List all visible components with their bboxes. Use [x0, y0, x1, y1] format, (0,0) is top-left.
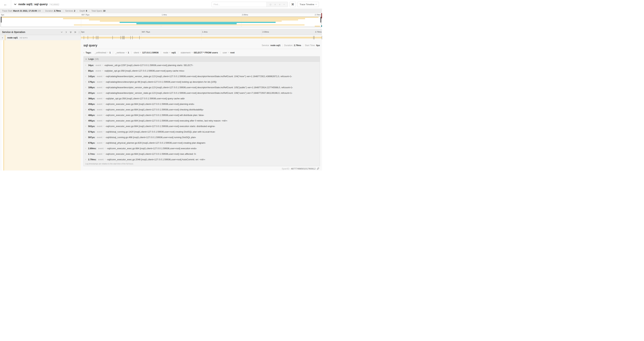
log-timestamp: 142μs:: [88, 75, 95, 78]
minimap-canvas[interactable]: [1, 17, 321, 27]
span-name-column[interactable]: ∨ node sql1 sql query: [0, 35, 81, 40]
log-row[interactable]: ›366μs:event=‹sql/plan_opt.go:358 [nsql1…: [84, 96, 320, 101]
log-tick: [314, 36, 314, 39]
summary-value: 10: [103, 10, 106, 12]
collapse-one-icon[interactable]: [60, 31, 63, 34]
log-row[interactable]: ›2.69ms:event=‹sql/conn_executor_exec.go…: [84, 146, 320, 151]
trace-id: 7418682: [49, 3, 59, 6]
tag-item[interactable]: user=root: [220, 51, 237, 54]
clear-search-icon[interactable]: ×: [284, 3, 285, 6]
trace-summary-item: Depth6: [80, 10, 87, 12]
log-row[interactable]: ›574μs:event=‹sql/distsql_running.go:142…: [84, 129, 320, 134]
find-bar: ◎ ∧ ∨ ×: [212, 2, 288, 7]
minimap-left-scrubber[interactable]: [1, 17, 2, 23]
column-resizer[interactable]: [79, 31, 80, 34]
tag-value: SELECT * FROM users: [194, 51, 218, 54]
trace-summary-item: Duration2.79ms: [45, 10, 61, 12]
logs-header[interactable]: ∨ Logs (18): [84, 57, 320, 62]
log-timestamp: 486μs:: [88, 114, 95, 116]
collapse-trace-icon[interactable]: [14, 3, 16, 6]
log-row[interactable]: ›495μs:event=‹sql/conn_executor_exec.go:…: [84, 118, 320, 123]
log-row[interactable]: ›176μs:event=‹sql/catalog/descs/descript…: [84, 79, 320, 85]
log-field-value: ‹sql/conn_executor_exec.go:684 [nsql1,cl…: [106, 125, 215, 128]
chevron-right-icon: ›: [85, 114, 88, 116]
tag-item[interactable]: _verbose=1: [113, 51, 131, 54]
chevron-right-icon: ›: [85, 92, 88, 94]
log-row[interactable]: ›201μs:event=‹sql/catalog/lease/descript…: [84, 90, 320, 96]
log-tick: [122, 36, 122, 39]
log-row[interactable]: ›2.7ms:event=‹sql/conn_executor_exec.go:…: [84, 151, 320, 157]
log-field-key: event: [98, 147, 104, 150]
find-input[interactable]: [212, 2, 266, 7]
deep-link-icon[interactable]: [317, 167, 319, 170]
log-row[interactable]: ›142μs:event=‹sql/catalog/lease/descript…: [84, 74, 320, 79]
ruler-tick-label: 0μs: [1, 14, 4, 16]
span-bar-cell[interactable]: [81, 35, 322, 40]
next-result-icon[interactable]: ∨: [279, 3, 280, 6]
log-field-key: event: [97, 86, 102, 89]
tag-item[interactable]: statement=SELECT * FROM users: [178, 51, 220, 54]
separator: |: [63, 10, 63, 12]
logs-list: ›34μs:event=‹sql/exec_util.go:2297 [nsql…: [84, 62, 320, 162]
log-field-key: event: [97, 131, 102, 133]
tag-item[interactable]: _unfinished=1: [92, 51, 113, 54]
expand-all-icon[interactable]: [74, 31, 76, 34]
minimap-right-scrubber[interactable]: [320, 17, 321, 23]
span-row[interactable]: ∨ node sql1 sql query: [0, 35, 322, 40]
logs-count: (18): [95, 58, 99, 60]
tag-key: client: [134, 51, 139, 54]
log-field-value: ‹sql/catalog/lease/descriptor_version_st…: [106, 75, 292, 78]
collapse-all-icon[interactable]: [70, 31, 72, 34]
log-row[interactable]: ›502μs:event=‹sql/conn_executor_exec.go:…: [84, 123, 320, 129]
log-row[interactable]: ›678μs:event=‹sql/distsql_physical_plann…: [84, 140, 320, 146]
ruler-tick-label: 2.09ms: [262, 31, 269, 33]
log-field-value: ‹sql/conn_executor_exec.go:684 [nsql1,cl…: [106, 108, 204, 111]
log-timestamp: 189μs:: [88, 86, 95, 89]
span-detail-operation: sql query: [84, 44, 97, 47]
tags-row[interactable]: › Tags: _unfinished=1_verbose=1client=12…: [84, 51, 320, 55]
log-row[interactable]: ›34μs:event=‹sql/exec_util.go:2297 [nsql…: [84, 62, 320, 68]
log-row[interactable]: ›486μs:event=‹sql/conn_executor_exec.go:…: [84, 112, 320, 118]
locate-icon[interactable]: ◎: [269, 3, 271, 6]
equals-sign: =: [103, 136, 104, 138]
expand-one-icon[interactable]: [65, 31, 68, 34]
log-row[interactable]: ›2.79ms:event=‹sql/conn_executor_exec.go…: [84, 157, 320, 162]
minimap-row: [1, 21, 321, 22]
log-row[interactable]: ›189μs:event=‹sql/catalog/lease/descript…: [84, 85, 320, 90]
log-row[interactable]: ›459μs:event=‹sql/conn_executor_exec.go:…: [84, 101, 320, 107]
trace-view-label: Trace Timeline: [300, 3, 314, 6]
trace-summary: Trace StartMarch 31 2022, 17:25:09.326|D…: [0, 9, 322, 13]
log-row[interactable]: ›80μs:event=‹sql/plan_opt.go:358 [nsql1,…: [84, 68, 320, 74]
log-field-value: ‹sql/distsql_physical_planner.go:828 [ns…: [106, 142, 206, 144]
log-timestamp: 459μs:: [88, 103, 95, 105]
minimap-span-bar: [315, 26, 320, 27]
span-detail-panel: sql query Service:node sql1|Duration:2.7…: [81, 40, 322, 171]
tag-item[interactable]: client=127.0.0.1:59936: [132, 51, 161, 54]
log-timestamp: 502μs:: [88, 125, 95, 128]
tag-item[interactable]: node=sql1: [161, 51, 178, 54]
chevron-right-icon: ›: [84, 51, 84, 54]
prev-result-icon[interactable]: ∧: [274, 3, 276, 6]
tag-key: statement: [180, 51, 190, 54]
log-field-key: event: [98, 158, 104, 161]
trace-view-selector[interactable]: Trace Timeline ∨: [298, 2, 319, 7]
minimap-span-bar: [120, 22, 276, 23]
tag-value: 1: [128, 51, 129, 54]
keyboard-shortcuts-button[interactable]: ⌘: [290, 2, 296, 7]
chevron-right-icon: ›: [85, 153, 88, 155]
log-tick: [313, 36, 314, 39]
minimap-row: [1, 20, 321, 21]
log-tick: [97, 36, 97, 39]
log-field-value: ‹sql/plan_opt.go:358 [nsql1,client=127.0…: [106, 97, 185, 100]
summary-value-suffix: .326: [37, 10, 41, 12]
collapse-span-icon[interactable]: ∨: [2, 37, 3, 39]
equals-sign: =: [103, 92, 104, 94]
minimap-row: [1, 25, 321, 26]
span-service-name: node sql1: [7, 36, 18, 39]
minimap-span-bar: [89, 20, 298, 21]
back-button[interactable]: ←: [0, 0, 11, 9]
log-field-value: ‹sql/catalog/lease/descriptor_version_st…: [106, 86, 293, 89]
trace-summary-item: Services2: [65, 10, 75, 12]
log-row[interactable]: ›476μs:event=‹sql/conn_executor_exec.go:…: [84, 107, 320, 112]
log-row[interactable]: ›597μs:event=‹sql/distsql_running.go:498…: [84, 134, 320, 140]
